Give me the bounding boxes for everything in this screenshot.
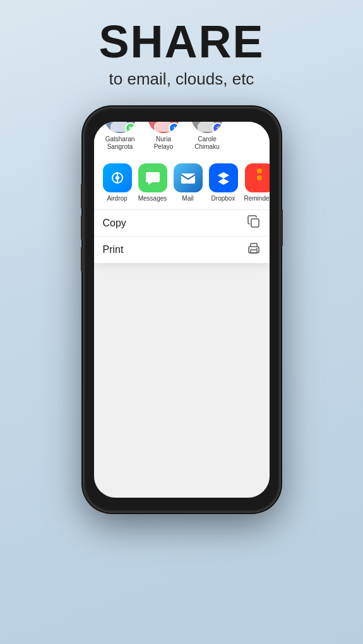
app-name-dropbox: Dropbox <box>211 195 235 202</box>
apps-row: Airdrop Messages <box>94 158 270 210</box>
reminders-icon <box>245 163 270 192</box>
contact-avatar-1: ✉ <box>104 122 136 133</box>
app-item-airdrop[interactable]: Airdrop <box>103 163 132 202</box>
phone-screen: ▲ 9:41 100% ‹ 2022-06-01.Doc 1 🔒 🗑 <box>94 122 270 498</box>
print-label: Print <box>103 244 247 255</box>
svg-marker-4 <box>218 172 229 179</box>
app-item-messages[interactable]: Messages <box>138 163 167 202</box>
svg-point-8 <box>256 248 258 249</box>
rem-dot-2 <box>257 175 262 180</box>
app-name-airdrop: Airdrop <box>107 195 127 202</box>
phone-frame: ▲ 9:41 100% ‹ 2022-06-01.Doc 1 🔒 🗑 <box>84 108 280 512</box>
print-icon <box>247 242 261 259</box>
copy-label: Copy <box>103 218 247 229</box>
reminders-dots <box>252 163 267 192</box>
action-row-copy[interactable]: Copy <box>94 210 270 237</box>
svg-point-1 <box>116 176 119 180</box>
action-row-print[interactable]: Print <box>94 237 270 263</box>
rem-dot-3 <box>257 182 262 187</box>
app-item-reminders[interactable]: Reminders <box>244 163 270 202</box>
dropbox-icon <box>209 163 238 192</box>
share-sheet: Tax Credits.pdf 2 pags ✕ <box>94 122 270 263</box>
page-subtitle: to email, clouds, etc <box>98 69 264 89</box>
contacts-row: ✉ Gatsharan Sangrota f <box>94 122 270 158</box>
phone-mockup: ▲ 9:41 100% ‹ 2022-06-01.Doc 1 🔒 🗑 <box>84 108 280 512</box>
contact-badge-3: ⚡ <box>212 122 223 133</box>
contact-name-3: Carole Chimaku <box>190 136 225 151</box>
app-item-dropbox[interactable]: Dropbox <box>209 163 238 202</box>
copy-icon <box>247 214 261 231</box>
contact-item-2[interactable]: f Nuria Pelayo <box>146 122 181 151</box>
app-name-reminders: Reminders <box>244 195 270 202</box>
contact-avatar-3: ⚡ <box>191 122 223 133</box>
mail-icon <box>174 163 203 192</box>
header-section: SHARE to email, clouds, etc <box>98 0 264 95</box>
document-area: 1/2 TAX CREDITS <box>94 163 270 263</box>
contact-badge-2: f <box>169 122 179 133</box>
contact-item-3[interactable]: ⚡ Carole Chimaku <box>190 122 225 151</box>
app-name-mail: Mail <box>182 195 193 202</box>
airdrop-icon <box>103 163 132 192</box>
svg-rect-7 <box>251 250 257 253</box>
contact-badge-1: ✉ <box>125 122 136 133</box>
contact-name-2: Nuria Pelayo <box>146 136 181 151</box>
page-title: SHARE <box>98 19 264 64</box>
contact-avatar-2: f <box>148 122 179 133</box>
rem-dot-1 <box>257 168 262 173</box>
contact-name-1: Gatsharan Sangrota <box>103 136 138 151</box>
app-item-mail[interactable]: Mail <box>174 163 203 202</box>
app-name-messages: Messages <box>138 195 167 202</box>
contact-item-1[interactable]: ✉ Gatsharan Sangrota <box>103 122 138 151</box>
messages-icon <box>138 163 167 192</box>
svg-rect-5 <box>251 219 259 227</box>
